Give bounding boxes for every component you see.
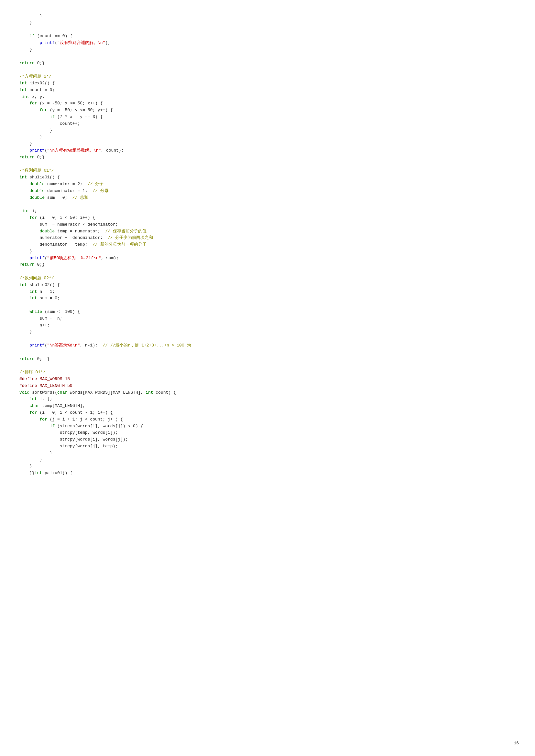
page-number: 16 bbox=[514, 740, 519, 747]
code-container: } } if (count == 0) { printf("没有找到合适的解。\… bbox=[19, 13, 516, 477]
code-content: } } if (count == 0) { printf("没有找到合适的解。\… bbox=[19, 13, 516, 477]
